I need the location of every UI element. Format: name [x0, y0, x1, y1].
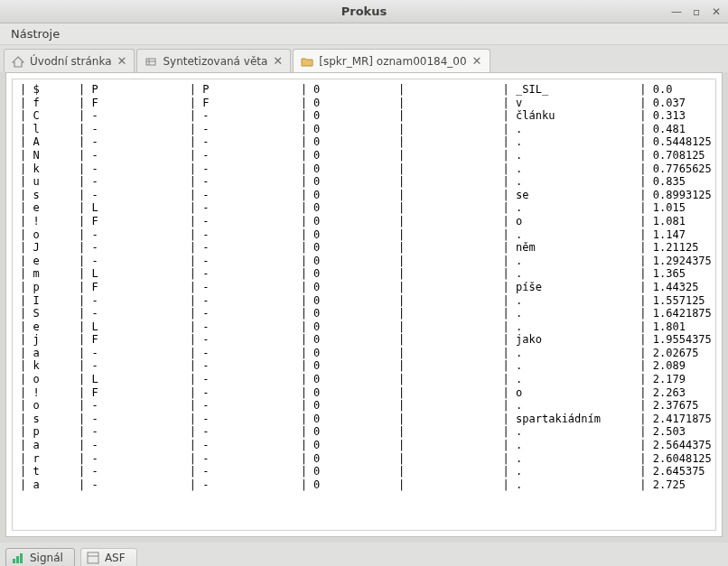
- asf-button[interactable]: ASF: [80, 548, 137, 566]
- menu-tools[interactable]: Nástroje: [5, 25, 65, 42]
- maximize-button[interactable]: ▫: [690, 5, 703, 18]
- tab-0[interactable]: Úvodní stránka✕: [4, 49, 135, 72]
- tab-close-icon[interactable]: ✕: [117, 54, 127, 68]
- content-frame: | $ | P | P | 0 | | _SIL_ | 0.0 | 0.0 | …: [5, 72, 723, 537]
- data-view[interactable]: | $ | P | P | 0 | | _SIL_ | 0.0 | 0.0 | …: [13, 79, 715, 530]
- menubar: Nástroje: [0, 23, 728, 45]
- tab-close-icon[interactable]: ✕: [472, 54, 482, 68]
- tab-bar: Úvodní stránka✕Syntetizovaná věta✕[spkr_…: [0, 45, 728, 72]
- svg-rect-4: [16, 556, 19, 563]
- svg-rect-3: [13, 559, 15, 563]
- pref-icon: [145, 55, 157, 68]
- window-title: Prokus: [341, 5, 387, 18]
- bottom-toolbar: Signál ASF: [0, 543, 728, 566]
- content-inner: | $ | P | P | 0 | | _SIL_ | 0.0 | 0.0 | …: [12, 79, 716, 531]
- home-icon: [12, 55, 24, 68]
- signal-label: Signál: [30, 552, 63, 564]
- tab-label: Syntetizovaná věta: [163, 55, 267, 68]
- tab-label: [spkr_MR] oznam00184_00: [319, 55, 466, 68]
- tab-1[interactable]: Syntetizovaná věta✕: [136, 49, 291, 72]
- close-button[interactable]: ✕: [710, 5, 723, 18]
- folder-icon: [301, 55, 313, 68]
- tab-close-icon[interactable]: ✕: [273, 54, 283, 68]
- svg-rect-5: [20, 553, 23, 563]
- asf-icon: [87, 552, 99, 564]
- window-controls: — ▫ ✕: [670, 0, 723, 23]
- asf-label: ASF: [105, 552, 126, 564]
- signal-icon: [12, 552, 24, 564]
- tab-label: Úvodní stránka: [30, 55, 112, 68]
- signal-button[interactable]: Signál: [5, 548, 75, 566]
- window-titlebar: Prokus — ▫ ✕: [0, 0, 728, 23]
- minimize-button[interactable]: —: [670, 5, 683, 18]
- tab-2[interactable]: [spkr_MR] oznam00184_00✕: [293, 49, 490, 72]
- svg-rect-6: [88, 552, 98, 563]
